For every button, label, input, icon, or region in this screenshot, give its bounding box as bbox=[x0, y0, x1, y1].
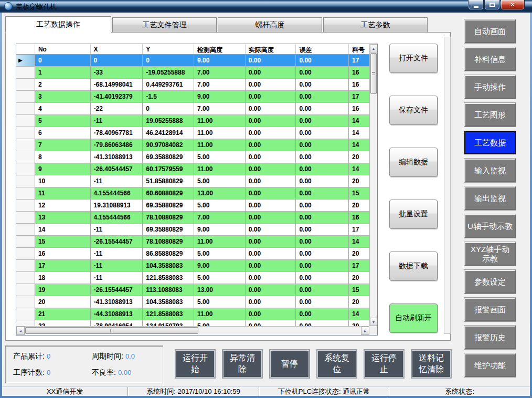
sidebar-item-maintenance[interactable]: 维护功能 bbox=[464, 353, 516, 377]
sidebar-item-u-axis-teach[interactable]: U轴手动示教 bbox=[464, 214, 516, 238]
error-clear-button[interactable]: 异常清除 bbox=[222, 349, 263, 379]
table-cell[interactable]: 0.00 bbox=[296, 248, 349, 260]
table-cell[interactable]: 121.8588083 bbox=[143, 308, 194, 320]
sidebar-item-process-data[interactable]: 工艺数据 bbox=[464, 131, 516, 154]
table-cell[interactable]: 13.00 bbox=[194, 187, 246, 200]
run-start-button[interactable]: 运行开始 bbox=[175, 349, 216, 379]
column-header[interactable]: 实际高度 bbox=[246, 44, 296, 54]
table-cell[interactable]: 9.00 bbox=[194, 224, 246, 236]
table-cell[interactable]: 104.3588083 bbox=[143, 296, 194, 308]
table-cell[interactable]: 14 bbox=[349, 163, 369, 175]
row-header-cell[interactable] bbox=[16, 151, 35, 163]
table-cell[interactable]: 12 bbox=[35, 200, 91, 212]
row-header-cell[interactable] bbox=[16, 224, 35, 236]
row-header-cell[interactable] bbox=[16, 127, 35, 139]
table-cell[interactable]: 0.00 bbox=[296, 139, 349, 151]
row-header-cell[interactable] bbox=[16, 284, 35, 296]
table-cell[interactable]: 0.00 bbox=[246, 163, 296, 175]
table-cell[interactable]: -79.86063486 bbox=[91, 139, 143, 151]
table-cell[interactable]: 0 bbox=[143, 103, 194, 115]
table-cell[interactable]: 20 bbox=[349, 296, 369, 308]
table-cell[interactable]: 20 bbox=[35, 296, 91, 308]
system-reset-button[interactable]: 系统复位 bbox=[316, 349, 357, 379]
row-header-cell[interactable] bbox=[16, 320, 35, 326]
table-cell[interactable]: -11 bbox=[91, 175, 143, 187]
table-cell[interactable]: 0.00 bbox=[246, 103, 296, 115]
table-row[interactable]: 10-1151.858808295.000.000.0020 bbox=[16, 175, 369, 187]
table-cell[interactable]: 78.10880829 bbox=[143, 236, 194, 248]
batch-set-button[interactable]: 批量设置 bbox=[389, 200, 438, 229]
table-cell[interactable]: -19.05255888 bbox=[143, 67, 194, 79]
table-cell[interactable]: 19 bbox=[35, 284, 91, 296]
sidebar-item-alarm-screen[interactable]: 报警画面 bbox=[464, 298, 516, 321]
table-row[interactable]: 16-1186.858808295.000.000.0020 bbox=[16, 248, 369, 260]
table-cell[interactable]: -41.31088913 bbox=[91, 151, 143, 163]
table-cell[interactable]: 0 bbox=[35, 55, 91, 67]
table-cell[interactable]: 0.00 bbox=[246, 139, 296, 151]
table-cell[interactable]: 16 bbox=[349, 212, 369, 224]
table-cell[interactable]: -26.15544457 bbox=[91, 236, 143, 248]
tab-process-file-management[interactable]: 工艺文件管理 bbox=[112, 17, 217, 32]
table-row[interactable]: 4-2207.000.000.0016 bbox=[16, 103, 369, 115]
close-button[interactable]: ✕ bbox=[501, 0, 525, 10]
vertical-scrollbar[interactable]: ▲ ▼ bbox=[369, 44, 377, 326]
save-file-button[interactable]: 保存文件 bbox=[389, 96, 438, 125]
table-cell[interactable]: 5.00 bbox=[194, 200, 246, 212]
table-cell[interactable]: 0.00 bbox=[296, 200, 349, 212]
table-cell[interactable]: 5.00 bbox=[194, 248, 246, 260]
table-cell[interactable]: -22 bbox=[91, 103, 143, 115]
table-cell[interactable]: 78.10880829 bbox=[143, 212, 194, 224]
table-row[interactable]: 6-78.4096778146.2412891411.000.000.0014 bbox=[16, 127, 369, 139]
table-row[interactable]: 5-1119.0525588811.000.000.0014 bbox=[16, 115, 369, 127]
table-cell[interactable]: 0 bbox=[91, 55, 143, 67]
table-cell[interactable]: -78.90416954 bbox=[91, 320, 143, 326]
table-cell[interactable]: 13 bbox=[35, 212, 91, 224]
table-row[interactable]: 22-78.90416954134.91507935.000.000.0020 bbox=[16, 320, 369, 326]
table-cell[interactable]: -41.40192379 bbox=[91, 91, 143, 103]
table-cell[interactable]: 4.155444566 bbox=[91, 187, 143, 200]
table-cell[interactable]: 0.00 bbox=[296, 67, 349, 79]
table-cell[interactable]: 0.00 bbox=[246, 67, 296, 79]
table-row[interactable]: 1-33-19.052558887.000.000.0016 bbox=[16, 67, 369, 79]
row-header-cell[interactable] bbox=[16, 260, 35, 272]
table-cell[interactable]: 14 bbox=[349, 236, 369, 248]
table-cell[interactable]: 20 bbox=[349, 272, 369, 284]
run-stop-button[interactable]: 运行停止 bbox=[364, 349, 405, 379]
table-cell[interactable]: -11 bbox=[91, 115, 143, 127]
table-cell[interactable]: 20 bbox=[349, 320, 369, 326]
row-header-cell[interactable] bbox=[16, 175, 35, 187]
row-header-cell[interactable] bbox=[16, 91, 35, 103]
horizontal-scrollbar[interactable]: ◄ ► bbox=[16, 326, 369, 335]
table-cell[interactable]: 11.00 bbox=[194, 236, 246, 248]
table-cell[interactable]: 0.00 bbox=[246, 272, 296, 284]
sidebar-item-alarm-history[interactable]: 报警历史 bbox=[464, 326, 516, 349]
row-header-cell[interactable] bbox=[16, 200, 35, 212]
table-row[interactable]: 21-44.31088913121.858808311.000.000.0014 bbox=[16, 308, 369, 320]
table-cell[interactable]: -11 bbox=[91, 248, 143, 260]
table-cell[interactable]: 11.00 bbox=[194, 139, 246, 151]
table-cell[interactable]: 0.00 bbox=[246, 200, 296, 212]
table-cell[interactable]: 16 bbox=[349, 79, 369, 91]
open-file-button[interactable]: 打开文件 bbox=[389, 44, 438, 73]
sidebar-item-parameter-setting[interactable]: 参数设定 bbox=[464, 270, 516, 294]
table-cell[interactable]: 22 bbox=[35, 320, 91, 326]
table-cell[interactable]: 0.00 bbox=[296, 79, 349, 91]
table-cell[interactable]: 11.00 bbox=[194, 127, 246, 139]
tab-process-parameters[interactable]: 工艺参数 bbox=[323, 17, 428, 32]
table-cell[interactable]: 9.00 bbox=[194, 55, 246, 67]
table-cell[interactable]: 0.00 bbox=[246, 127, 296, 139]
auto-refresh-button[interactable]: 自动刷新开 bbox=[389, 303, 438, 333]
column-header[interactable]: 误差 bbox=[296, 44, 349, 54]
table-cell[interactable]: 104.3588083 bbox=[143, 260, 194, 272]
table-cell[interactable]: 0.00 bbox=[246, 55, 296, 67]
sidebar-item-xyz-axis-teach[interactable]: XYZ轴手动示教 bbox=[464, 242, 516, 266]
table-cell[interactable]: 0.00 bbox=[296, 224, 349, 236]
sidebar-item-auto-screen[interactable]: 自动画面 bbox=[464, 19, 516, 43]
table-cell[interactable]: 11 bbox=[35, 187, 91, 200]
table-cell[interactable]: 90.97084082 bbox=[143, 139, 194, 151]
column-header[interactable]: No bbox=[35, 44, 91, 54]
sidebar-item-manual-operation[interactable]: 手动操作 bbox=[464, 75, 516, 99]
table-cell[interactable]: 69.35880829 bbox=[143, 151, 194, 163]
table-cell[interactable]: 15 bbox=[349, 187, 369, 200]
table-cell[interactable]: 5.00 bbox=[194, 320, 246, 326]
